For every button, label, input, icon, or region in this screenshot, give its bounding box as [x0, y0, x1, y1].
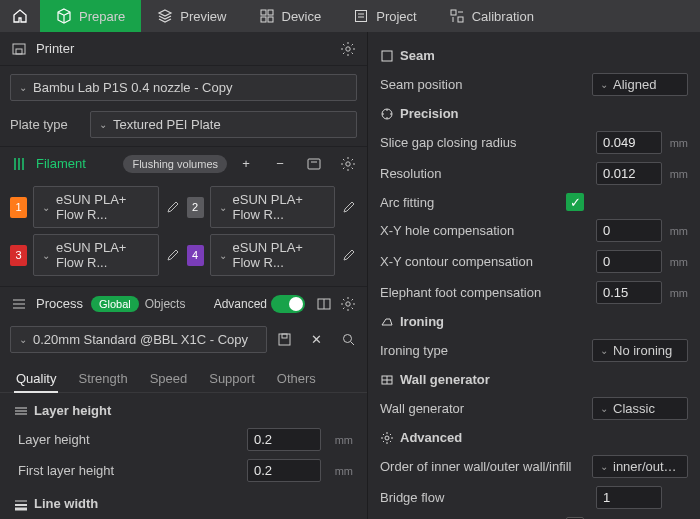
- advanced-toggle[interactable]: [271, 295, 305, 313]
- unit: mm: [325, 434, 353, 446]
- elephant-foot-input[interactable]: [596, 281, 662, 304]
- remove-filament-button[interactable]: −: [271, 155, 289, 173]
- project-icon: [353, 8, 369, 24]
- edit-filament-icon[interactable]: [165, 198, 181, 216]
- cube-icon: [56, 8, 72, 24]
- global-badge[interactable]: Global: [91, 296, 139, 312]
- filament-swatch-1[interactable]: 1: [10, 197, 27, 218]
- chevron-down-icon: ⌄: [99, 119, 107, 130]
- ironing-type-select[interactable]: ⌄No ironing: [592, 339, 688, 362]
- seam-icon: [380, 49, 394, 63]
- ironing-icon: [380, 315, 394, 329]
- line-width-group: Line width: [14, 496, 353, 511]
- process-tabs: Quality Strength Speed Support Others: [0, 359, 367, 393]
- nav-home[interactable]: [0, 0, 40, 32]
- nav-prepare[interactable]: Prepare: [40, 0, 141, 32]
- svg-point-16: [343, 335, 351, 343]
- top-nav: Prepare Preview Device Project Calibrati…: [0, 0, 700, 32]
- gap-closing-input[interactable]: [596, 131, 662, 154]
- svg-rect-3: [268, 17, 273, 22]
- filament-swatch-3[interactable]: 3: [10, 245, 27, 266]
- precision-group: Precision: [380, 106, 688, 121]
- wall-generator-label: Wall generator: [380, 401, 592, 416]
- wall-generator-select[interactable]: ⌄Classic: [592, 397, 688, 420]
- search-icon[interactable]: [339, 331, 357, 349]
- filament-section-header: Filament Flushing volumes + −: [0, 146, 367, 180]
- edit-filament-icon[interactable]: [341, 246, 357, 264]
- printer-icon: [10, 40, 28, 58]
- wall-order-select[interactable]: ⌄inner/outer/i...: [592, 455, 688, 478]
- flushing-volumes-button[interactable]: Flushing volumes: [123, 155, 227, 173]
- seam-position-label: Seam position: [380, 77, 592, 92]
- svg-rect-4: [356, 11, 367, 22]
- nav-project[interactable]: Project: [337, 0, 432, 32]
- gap-closing-label: Slice gap closing radius: [380, 135, 596, 150]
- first-layer-height-input[interactable]: [247, 459, 321, 482]
- plate-type-value: Textured PEI Plate: [113, 117, 221, 132]
- bridge-flow-input[interactable]: [596, 486, 662, 509]
- svg-rect-5: [451, 10, 456, 15]
- layer-height-input[interactable]: [247, 428, 321, 451]
- arc-fitting-label: Arc fitting: [380, 195, 566, 210]
- filament-grid: 1 ⌄eSUN PLA+ Flow R... 2 ⌄eSUN PLA+ Flow…: [0, 180, 367, 286]
- objects-link[interactable]: Objects: [145, 297, 186, 311]
- xy-hole-input[interactable]: [596, 219, 662, 242]
- gear-icon: [380, 431, 394, 445]
- arc-fitting-checkbox[interactable]: ✓: [566, 193, 584, 211]
- filament-swatch-4[interactable]: 4: [187, 245, 204, 266]
- ams-icon[interactable]: [305, 155, 323, 173]
- filament-swatch-2[interactable]: 2: [187, 197, 204, 218]
- nav-device[interactable]: Device: [243, 0, 338, 32]
- edit-filament-icon[interactable]: [165, 246, 181, 264]
- chevron-down-icon: ⌄: [600, 403, 608, 414]
- section-title: Filament: [36, 156, 86, 171]
- gear-icon[interactable]: [339, 295, 357, 313]
- tab-strength[interactable]: Strength: [76, 365, 129, 392]
- tab-quality[interactable]: Quality: [14, 365, 58, 392]
- precision-icon: [380, 107, 394, 121]
- xy-hole-label: X-Y hole compensation: [380, 223, 596, 238]
- filament-select-4[interactable]: ⌄eSUN PLA+ Flow R...: [210, 234, 336, 276]
- bridge-flow-label: Bridge flow: [380, 490, 596, 505]
- xy-contour-input[interactable]: [596, 250, 662, 273]
- resolution-input[interactable]: [596, 162, 662, 185]
- nav-preview[interactable]: Preview: [141, 0, 242, 32]
- filament-select-3[interactable]: ⌄eSUN PLA+ Flow R...: [33, 234, 159, 276]
- chevron-down-icon: ⌄: [600, 461, 608, 472]
- gear-icon[interactable]: [339, 155, 357, 173]
- chevron-down-icon: ⌄: [219, 250, 227, 261]
- nav-calibration[interactable]: Calibration: [433, 0, 550, 32]
- svg-point-13: [346, 301, 350, 305]
- layers-icon: [157, 8, 173, 24]
- svg-rect-14: [279, 334, 290, 345]
- seam-position-select[interactable]: ⌄Aligned: [592, 73, 688, 96]
- chevron-down-icon: ⌄: [19, 82, 27, 93]
- add-filament-button[interactable]: +: [237, 155, 255, 173]
- process-profile-select[interactable]: ⌄ 0.20mm Standard @BBL X1C - Copy: [10, 326, 267, 353]
- svg-rect-6: [458, 17, 463, 22]
- tab-support[interactable]: Support: [207, 365, 257, 392]
- printer-select[interactable]: ⌄ Bambu Lab P1S 0.4 nozzle - Copy: [10, 74, 357, 101]
- svg-rect-17: [382, 51, 392, 61]
- filament-select-1[interactable]: ⌄eSUN PLA+ Flow R...: [33, 186, 159, 228]
- close-icon[interactable]: ✕: [307, 331, 325, 349]
- compare-icon[interactable]: [315, 295, 333, 313]
- edit-filament-icon[interactable]: [341, 198, 357, 216]
- save-icon[interactable]: [275, 331, 293, 349]
- unit: mm: [325, 465, 353, 477]
- nav-label: Project: [376, 9, 416, 24]
- svg-point-9: [346, 46, 350, 50]
- gear-icon[interactable]: [339, 40, 357, 58]
- layer-height-group: Layer height: [14, 403, 353, 418]
- tab-speed[interactable]: Speed: [148, 365, 190, 392]
- tab-others[interactable]: Others: [275, 365, 318, 392]
- filament-icon: [10, 155, 28, 173]
- linewidth-icon: [14, 497, 28, 511]
- layer-height-label: Layer height: [14, 432, 247, 447]
- wall-order-label: Order of inner wall/outer wall/infill: [380, 459, 592, 474]
- chevron-down-icon: ⌄: [42, 250, 50, 261]
- device-icon: [259, 8, 275, 24]
- filament-select-2[interactable]: ⌄eSUN PLA+ Flow R...: [210, 186, 336, 228]
- wall-icon: [380, 373, 394, 387]
- plate-type-select[interactable]: ⌄ Textured PEI Plate: [90, 111, 357, 138]
